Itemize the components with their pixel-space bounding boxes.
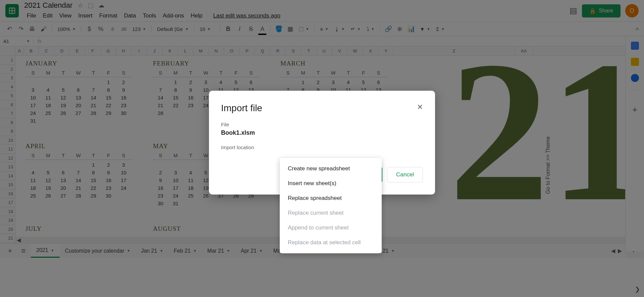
cancel-button[interactable]: Cancel (387, 167, 423, 182)
filename-text: Book1.xlsm (221, 129, 423, 136)
dropdown-option[interactable]: Insert new sheet(s) (280, 176, 382, 191)
import-location-label: Import location (221, 144, 423, 150)
close-button[interactable]: ✕ (417, 103, 423, 112)
import-location-dropdown: Create new spreadsheetInsert new sheet(s… (280, 158, 382, 253)
dropdown-option: Replace current sheet (280, 206, 382, 220)
dialog-title: Import file (221, 103, 423, 114)
dropdown-option[interactable]: Create new spreadsheet (280, 161, 382, 176)
dropdown-option[interactable]: Replace spreadsheet (280, 191, 382, 206)
dropdown-option: Replace data at selected cell (280, 235, 382, 250)
dropdown-option: Append to current sheet (280, 220, 382, 235)
file-label: File (221, 122, 423, 127)
